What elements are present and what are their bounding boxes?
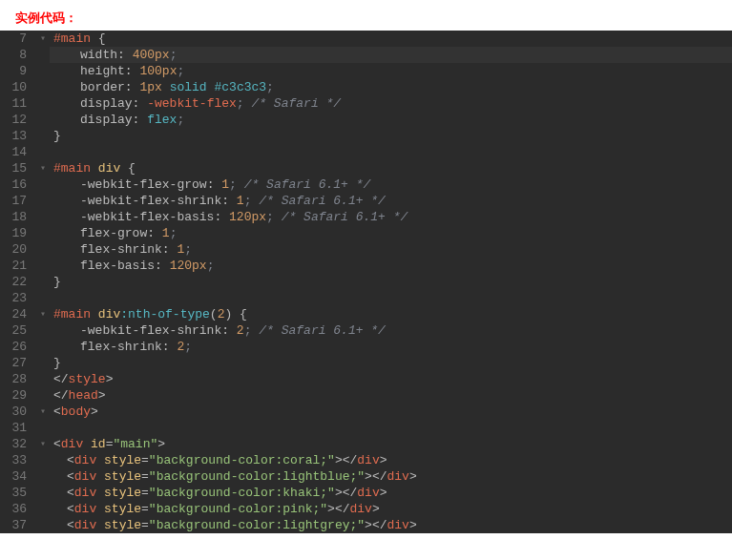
line-number: 23 [0,290,29,306]
fold-marker [36,387,50,404]
code-line[interactable]: display: -webkit-flex; /* Safari */ [50,95,732,112]
fold-marker [36,322,50,339]
fold-marker [36,47,50,63]
code-line[interactable]: #main { [50,31,732,47]
code-line[interactable]: } [50,128,732,144]
code-line[interactable]: } [50,355,732,371]
fold-gutter[interactable]: ▾▾▾▾▾ [36,31,50,533]
code-line[interactable]: <body> [50,404,732,420]
code-line[interactable]: <div style="background-color:lightgrey;"… [50,517,732,533]
code-line[interactable]: <div style="background-color:lightblue;"… [50,468,732,485]
fold-marker [36,63,50,79]
fold-marker [36,128,50,144]
code-line[interactable]: -webkit-flex-shrink: 1; /* Safari 6.1+ *… [50,193,732,209]
page-title: 实例代码： [0,0,732,31]
line-number: 28 [0,371,29,387]
code-line[interactable]: flex-basis: 120px; [50,258,732,274]
code-line[interactable]: -webkit-flex-grow: 1; /* Safari 6.1+ */ [50,176,732,193]
line-number: 35 [0,485,29,501]
code-line[interactable]: flex-grow: 1; [50,225,732,241]
fold-marker [36,258,50,274]
code-line[interactable]: <div style="background-color:pink;"></di… [50,501,732,517]
code-line[interactable]: -webkit-flex-shrink: 2; /* Safari 6.1+ *… [50,322,732,339]
code-line[interactable] [50,420,732,436]
fold-marker [36,420,50,436]
fold-marker [36,468,50,485]
line-number: 7 [0,31,29,47]
line-number: 18 [0,209,29,225]
code-line[interactable]: } [50,274,732,290]
line-number-gutter: 7891011121314151617181920212223242526272… [0,31,36,533]
code-line[interactable]: <div style="background-color:coral;"></d… [50,452,732,468]
fold-marker [36,517,50,533]
code-line[interactable]: </head> [50,387,732,404]
fold-marker [36,193,50,209]
fold-marker [36,452,50,468]
line-number: 8 [0,47,29,63]
line-number: 20 [0,241,29,258]
code-line[interactable]: </style> [50,371,732,387]
fold-marker [36,112,50,128]
line-number: 16 [0,176,29,193]
code-line[interactable]: flex-shrink: 1; [50,241,732,258]
line-number: 10 [0,79,29,95]
line-number: 32 [0,436,29,452]
code-content[interactable]: #main {width: 400px;height: 100px;border… [50,31,732,533]
line-number: 37 [0,517,29,533]
fold-marker[interactable]: ▾ [36,436,50,452]
line-number: 27 [0,355,29,371]
line-number: 14 [0,144,29,160]
code-line[interactable]: #main div { [50,160,732,176]
line-number: 30 [0,404,29,420]
code-line[interactable]: width: 400px; [50,47,732,63]
code-line[interactable] [50,144,732,160]
code-line[interactable]: <div style="background-color:khaki;"></d… [50,485,732,501]
fold-marker [36,225,50,241]
line-number: 21 [0,258,29,274]
code-line[interactable] [50,290,732,306]
fold-marker [36,79,50,95]
fold-marker [36,339,50,355]
code-line[interactable]: -webkit-flex-basis: 120px; /* Safari 6.1… [50,209,732,225]
fold-marker [36,355,50,371]
code-line[interactable]: display: flex; [50,112,732,128]
fold-marker [36,501,50,517]
line-number: 17 [0,193,29,209]
fold-marker[interactable]: ▾ [36,306,50,322]
line-number: 15 [0,160,29,176]
line-number: 12 [0,112,29,128]
line-number: 36 [0,501,29,517]
line-number: 19 [0,225,29,241]
line-number: 29 [0,387,29,404]
fold-marker [36,371,50,387]
fold-marker [36,241,50,258]
fold-marker [36,290,50,306]
line-number: 26 [0,339,29,355]
fold-marker[interactable]: ▾ [36,160,50,176]
fold-marker [36,274,50,290]
line-number: 33 [0,452,29,468]
line-number: 11 [0,95,29,112]
fold-marker [36,144,50,160]
fold-marker[interactable]: ▾ [36,404,50,420]
code-line[interactable]: flex-shrink: 2; [50,339,732,355]
line-number: 22 [0,274,29,290]
fold-marker [36,95,50,112]
line-number: 31 [0,420,29,436]
line-number: 24 [0,306,29,322]
code-editor[interactable]: 7891011121314151617181920212223242526272… [0,31,732,533]
code-line[interactable]: height: 100px; [50,63,732,79]
code-line[interactable]: border: 1px solid #c3c3c3; [50,79,732,95]
line-number: 25 [0,322,29,339]
fold-marker[interactable]: ▾ [36,31,50,47]
code-line[interactable]: #main div:nth-of-type(2) { [50,306,732,322]
line-number: 34 [0,468,29,485]
fold-marker [36,209,50,225]
line-number: 9 [0,63,29,79]
code-line[interactable]: <div id="main"> [50,436,732,452]
fold-marker [36,485,50,501]
line-number: 13 [0,128,29,144]
fold-marker [36,176,50,193]
